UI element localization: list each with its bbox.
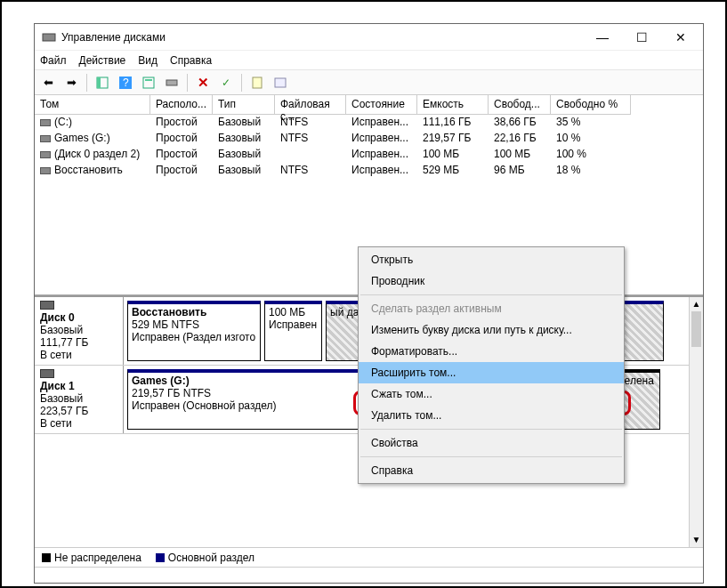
context-menu: Открыть Проводник Сделать раздел активны… [358, 246, 625, 484]
ctx-properties[interactable]: Свойства [359, 432, 624, 454]
statusbar [35, 567, 703, 583]
vertical-scrollbar[interactable]: ▲ ▼ [689, 297, 703, 547]
window-title: Управление дисками [61, 31, 591, 44]
drive-icon[interactable] [162, 73, 182, 93]
minimize-button[interactable]: — [591, 28, 614, 46]
col-capacity[interactable]: Емкость [417, 95, 489, 115]
ctx-help[interactable]: Справка [359, 460, 624, 481]
svg-rect-6 [145, 79, 152, 81]
col-free-pct[interactable]: Свободно % [551, 95, 631, 115]
back-button[interactable]: ⬅ [38, 73, 58, 93]
svg-text:?: ? [123, 77, 129, 89]
ctx-open[interactable]: Открыть [359, 249, 624, 270]
volume-row[interactable]: ВосстановитьПростойБазовыйNTFSИсправен..… [35, 163, 703, 179]
new-icon[interactable] [247, 73, 267, 93]
menu-view[interactable]: Вид [138, 54, 158, 67]
legend-primary: Основной раздел [156, 552, 254, 564]
partition[interactable]: Восстановить529 МБ NTFSИсправен (Раздел … [127, 301, 261, 361]
svg-rect-0 [43, 34, 55, 41]
ctx-format[interactable]: Форматировать... [359, 341, 624, 362]
svg-rect-5 [143, 77, 154, 88]
volume-list-header: Том Располо... Тип Файловая с... Состоян… [35, 95, 703, 115]
settings-icon[interactable] [139, 73, 158, 93]
menu-help[interactable]: Справка [170, 54, 212, 67]
help-icon[interactable]: ? [116, 73, 135, 93]
volume-row[interactable]: (Диск 0 раздел 2)ПростойБазовыйИсправен.… [35, 147, 703, 163]
close-button[interactable]: ✕ [669, 28, 692, 46]
menubar: Файл Действие Вид Справка [35, 51, 703, 70]
menu-file[interactable]: Файл [40, 54, 67, 67]
col-layout[interactable]: Располо... [150, 95, 213, 115]
show-hide-tree-icon[interactable] [93, 73, 112, 93]
col-status[interactable]: Состояние [346, 95, 417, 115]
menu-action[interactable]: Действие [79, 54, 126, 67]
ctx-make-active: Сделать раздел активным [359, 298, 624, 319]
legend-unallocated: Не распределена [42, 552, 141, 564]
scroll-down-icon[interactable]: ▼ [690, 533, 703, 547]
partition[interactable]: 100 МБИсправен [264, 301, 322, 361]
properties-icon[interactable] [271, 73, 290, 93]
titlebar: Управление дисками — ☐ ✕ [35, 24, 703, 51]
svg-rect-2 [97, 77, 101, 88]
maximize-button[interactable]: ☐ [630, 28, 653, 46]
window-buttons: — ☐ ✕ [591, 28, 692, 46]
disk-info: Диск 0Базовый111,77 ГБВ сети [35, 297, 124, 365]
volume-row[interactable]: (C:)ПростойБазовыйNTFSИсправен...111,16 … [35, 115, 703, 131]
col-type[interactable]: Тип [213, 95, 275, 115]
ctx-change-letter[interactable]: Изменить букву диска или путь к диску... [359, 319, 624, 341]
svg-rect-7 [166, 80, 177, 85]
check-icon[interactable]: ✓ [216, 73, 236, 93]
col-volume[interactable]: Том [35, 95, 150, 115]
svg-rect-9 [275, 78, 286, 87]
volume-row[interactable]: Games (G:)ПростойБазовыйNTFSИсправен...2… [35, 131, 703, 147]
scroll-thumb[interactable] [691, 311, 701, 347]
scroll-up-icon[interactable]: ▲ [690, 297, 703, 311]
ctx-delete-volume[interactable]: Удалить том... [359, 405, 624, 426]
toolbar: ⬅ ➡ ? ✕ ✓ [35, 70, 703, 95]
ctx-shrink-volume[interactable]: Сжать том... [359, 383, 624, 405]
disk-info: Диск 1Базовый223,57 ГБВ сети [35, 366, 124, 433]
col-free[interactable]: Свобод... [489, 95, 551, 115]
legend: Не распределена Основной раздел [35, 547, 703, 567]
delete-icon[interactable]: ✕ [193, 73, 213, 93]
app-icon [42, 30, 56, 44]
forward-button[interactable]: ➡ [61, 73, 81, 93]
ctx-explorer[interactable]: Проводник [359, 270, 624, 292]
ctx-extend-volume[interactable]: Расширить том... [359, 362, 624, 383]
svg-rect-8 [253, 77, 262, 88]
col-fs[interactable]: Файловая с... [275, 95, 346, 115]
